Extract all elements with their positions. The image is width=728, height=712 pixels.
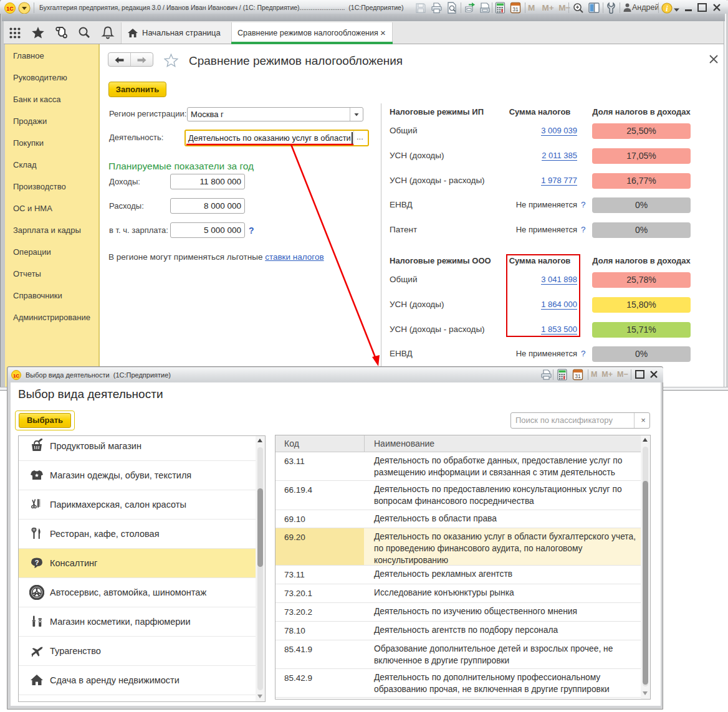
svg-text:31: 31 xyxy=(575,373,581,379)
svg-text:1С: 1С xyxy=(6,6,14,12)
svg-text:1С: 1С xyxy=(13,373,19,379)
svg-text:31: 31 xyxy=(512,6,519,12)
svg-text:?: ? xyxy=(35,559,39,566)
